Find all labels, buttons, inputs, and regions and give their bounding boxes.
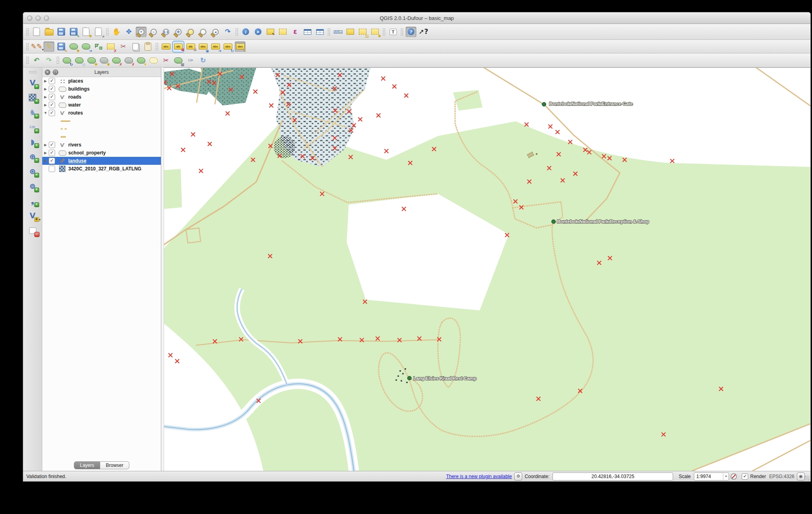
expand-arrow[interactable]: ▶	[42, 87, 49, 91]
rotate-label-icon[interactable]: abc↻	[222, 42, 233, 52]
delete-ring-icon[interactable]: ✗	[111, 55, 122, 65]
zoom-out-icon[interactable]: −	[148, 27, 159, 37]
expand-arrow[interactable]: ▶	[42, 151, 49, 155]
scale-combo[interactable]: 1:9974 ▼	[694, 472, 729, 480]
close-window-button[interactable]	[27, 16, 32, 21]
map-canvas[interactable]: Bontebok National Park Entrance GateBont…	[164, 67, 810, 471]
copy-features-icon[interactable]	[130, 42, 141, 52]
new-shapefile-layer-icon[interactable]: V✱▾	[26, 210, 39, 222]
layer-item-water[interactable]: ▶✓water	[42, 101, 161, 109]
pan-to-selection-icon[interactable]: ✥	[123, 27, 134, 37]
zoom-in-icon[interactable]: +	[136, 27, 147, 37]
whats-this-icon[interactable]: ➚?	[418, 27, 429, 37]
text-annotation-icon[interactable]: T	[388, 27, 398, 37]
open-project-icon[interactable]	[44, 27, 54, 37]
rotate-feature-icon[interactable]: ↻	[61, 55, 72, 65]
layer-item-roads[interactable]: ▶✓Ѵroads	[42, 93, 161, 101]
measure-icon[interactable]	[333, 27, 343, 37]
move-feature-icon[interactable]: ➜	[81, 42, 91, 52]
layer-visibility-checkbox[interactable]: ✓	[49, 94, 55, 100]
add-wms-layer-icon[interactable]: ⊕+	[26, 150, 39, 163]
add-feature-icon[interactable]: ✱	[68, 42, 79, 52]
select-by-expression-icon[interactable]: ε	[290, 27, 301, 37]
move-label-icon[interactable]: abc➜	[210, 42, 221, 52]
layer-symbology-item[interactable]	[42, 117, 161, 125]
rotate-point-symbols-icon[interactable]: ↻	[198, 55, 208, 65]
simplify-feature-icon[interactable]: ◇	[74, 55, 85, 65]
layer-visibility-checkbox[interactable]	[49, 166, 55, 172]
field-calculator-icon[interactable]	[315, 27, 325, 37]
undo-icon[interactable]: ↶	[31, 55, 42, 65]
merge-features-icon[interactable]: ▦	[173, 55, 184, 65]
layer-item-routes[interactable]: ▼✓Ѵroutes	[42, 109, 161, 117]
save-project-as-icon[interactable]: ✎	[68, 27, 79, 37]
layer-item-landuse[interactable]: ▶✓✎landuse	[42, 157, 161, 165]
add-delimited-text-layer-icon[interactable]: ❟+	[26, 195, 39, 207]
add-vector-layer-icon[interactable]: V+	[26, 77, 39, 89]
pan-map-icon[interactable]: ✋	[111, 27, 122, 37]
add-postgis-layer-icon[interactable]: ♞+	[26, 106, 39, 119]
delete-selected-icon[interactable]: ✗	[105, 42, 116, 52]
layer-symbology-item[interactable]	[42, 133, 161, 141]
stop-render-icon[interactable]	[731, 473, 737, 480]
new-bookmark-icon[interactable]	[345, 27, 356, 37]
cut-features-icon[interactable]: ✂	[118, 42, 129, 52]
annotation-icon[interactable]: ✱	[370, 27, 380, 37]
layer-symbology-item[interactable]	[42, 125, 161, 133]
layer-visibility-checkbox[interactable]: ✓	[49, 102, 55, 108]
node-tool-icon[interactable]	[93, 42, 104, 52]
add-wcs-layer-icon[interactable]: ⊛+	[26, 165, 39, 178]
layer-visibility-checkbox[interactable]: ✓	[49, 150, 55, 156]
layer-item-3420c-2010-327-rgb-latlng[interactable]: 3420C_2010_327_RGB_LATLNG	[42, 165, 161, 173]
zoom-last-icon[interactable]: ◂	[210, 27, 221, 37]
composer-manager-icon[interactable]: ⌕	[93, 27, 104, 37]
move-label-pin-icon[interactable]: ab	[185, 42, 196, 52]
change-label-properties-icon[interactable]: abc✎	[235, 42, 246, 52]
layer-visibility-checkbox[interactable]: ✓	[49, 110, 55, 116]
layer-visibility-checkbox[interactable]: ✓	[49, 142, 55, 148]
split-features-icon[interactable]: ✂	[160, 55, 171, 65]
paste-features-icon[interactable]	[143, 42, 153, 52]
title-bar[interactable]: QGIS 2.0.1-Dufour – basic_map	[23, 12, 810, 24]
help-contents-icon[interactable]: ?	[406, 27, 416, 37]
expand-arrow[interactable]: ▶	[42, 159, 49, 163]
expand-arrow[interactable]: ▶	[42, 143, 49, 147]
run-feature-action-icon[interactable]: ▸	[253, 27, 263, 37]
render-checkbox[interactable]: ✓	[742, 473, 748, 480]
remove-layer-icon[interactable]: −	[26, 224, 39, 237]
new-project-icon[interactable]	[31, 27, 42, 37]
zoom-next-icon[interactable]: ↷	[222, 27, 233, 37]
zoom-window-button[interactable]	[44, 16, 49, 21]
add-raster-layer-icon[interactable]: +	[26, 91, 39, 104]
save-edits-icon[interactable]: ✎	[56, 42, 67, 52]
plugin-available-link[interactable]: There is a new plugin available	[446, 474, 512, 479]
coordinate-input[interactable]: 20.42816,-34.03725	[553, 472, 673, 480]
scale-caret-icon[interactable]: ▼	[723, 473, 729, 480]
add-ring-icon[interactable]: ✱	[86, 55, 97, 65]
zoom-native-icon[interactable]: 1:1	[160, 27, 171, 37]
layer-item-places[interactable]: ▶✓places	[42, 77, 161, 85]
merge-attributes-icon[interactable]: ✑	[185, 55, 196, 65]
layer-item-buildings[interactable]: ▶✓buildings	[42, 85, 161, 93]
toggle-editing-icon[interactable]: ✎	[44, 42, 54, 52]
fill-ring-icon[interactable]: ▼	[136, 55, 147, 65]
expand-arrow[interactable]: ▶	[42, 103, 49, 107]
attribute-table-icon[interactable]	[302, 27, 313, 37]
labeling-icon[interactable]: abc	[160, 42, 171, 52]
resize-grip[interactable]	[805, 476, 810, 480]
redo-icon[interactable]: ↷	[44, 55, 54, 65]
panel-splitter[interactable]	[161, 67, 164, 471]
layer-visibility-checkbox[interactable]: ✓	[49, 86, 55, 92]
layer-item-school-property[interactable]: ▶✓school_property	[42, 149, 161, 157]
identify-features-icon[interactable]: i	[240, 27, 251, 37]
expand-arrow[interactable]: ▶	[42, 79, 49, 83]
zoom-to-layer-icon[interactable]	[198, 27, 208, 37]
add-spatialite-layer-icon[interactable]: ✑+	[26, 121, 39, 133]
save-project-icon[interactable]	[56, 27, 67, 37]
show-hide-labels-icon[interactable]: abc◉	[198, 42, 208, 52]
reshape-features-icon[interactable]	[148, 55, 159, 65]
current-edits-icon[interactable]: ✎✎▾	[31, 42, 42, 52]
panel-tab-layers[interactable]: Layers	[74, 461, 100, 469]
delete-part-icon[interactable]: ✗	[123, 55, 134, 65]
layer-visibility-checkbox[interactable]: ✓	[49, 78, 55, 84]
